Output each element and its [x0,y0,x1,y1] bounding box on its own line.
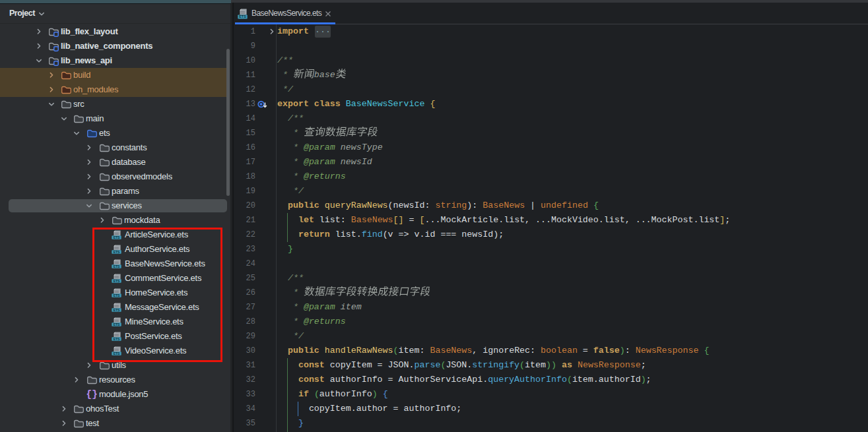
svg-text:{}: {} [86,389,97,400]
